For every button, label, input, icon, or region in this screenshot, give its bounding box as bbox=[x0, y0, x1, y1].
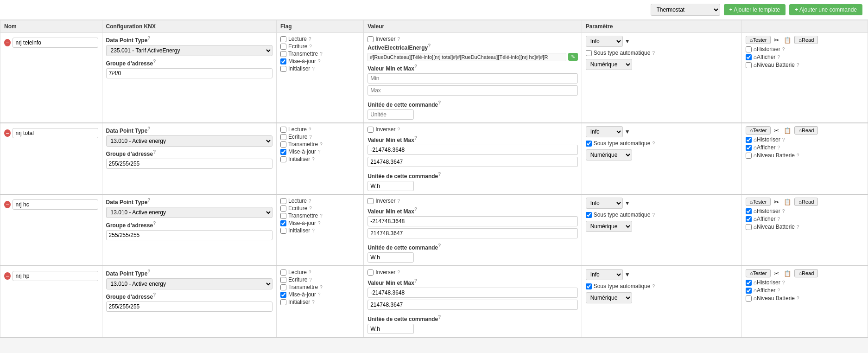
read-button[interactable]: ⌂Read bbox=[794, 36, 818, 44]
info-select[interactable]: Info bbox=[586, 198, 623, 209]
icon-btn-1[interactable]: ✂ bbox=[773, 270, 780, 277]
sous-type-checkbox[interactable] bbox=[586, 283, 592, 289]
read-button[interactable]: ⌂Read bbox=[794, 126, 818, 135]
historiser-checkbox[interactable] bbox=[746, 208, 752, 214]
num-select[interactable]: Numérique bbox=[586, 292, 632, 303]
niveau-batterie-checkbox[interactable] bbox=[746, 153, 752, 159]
flag-initialiser-checkbox[interactable] bbox=[280, 299, 286, 305]
tester-button[interactable]: ⌂Tester bbox=[746, 198, 771, 206]
sous-type-checkbox[interactable] bbox=[586, 212, 592, 218]
flag-initialiser-checkbox[interactable] bbox=[280, 156, 286, 162]
flag-transmettre-checkbox[interactable] bbox=[280, 213, 286, 219]
icon-btn-1[interactable]: ✂ bbox=[773, 37, 780, 44]
num-select[interactable]: Numérique bbox=[586, 221, 632, 232]
icon-btn-2[interactable]: 📋 bbox=[782, 270, 792, 277]
flag-ecriture-checkbox[interactable] bbox=[280, 205, 286, 212]
min-input[interactable] bbox=[367, 73, 578, 83]
inverser-checkbox[interactable] bbox=[367, 127, 374, 133]
flag-lecture-checkbox[interactable] bbox=[280, 198, 286, 204]
flag-mise_a_jour-checkbox[interactable] bbox=[280, 292, 286, 298]
remove-row-button[interactable]: − bbox=[4, 201, 11, 208]
niveau-batterie-checkbox[interactable] bbox=[746, 295, 752, 302]
remove-row-button[interactable]: − bbox=[4, 39, 11, 46]
name-input[interactable] bbox=[13, 38, 98, 48]
flag-transmettre-checkbox[interactable] bbox=[280, 51, 286, 57]
unite-input[interactable] bbox=[367, 181, 414, 191]
flag-transmettre-checkbox[interactable] bbox=[280, 284, 286, 290]
unite-input[interactable] bbox=[367, 109, 414, 120]
template-select[interactable]: Thermostat bbox=[651, 4, 720, 16]
icon-btn-2[interactable]: 📋 bbox=[782, 37, 792, 44]
max-input[interactable] bbox=[367, 85, 578, 96]
dpt-select[interactable]: 235.001 - Tarif ActiveEnergy bbox=[106, 45, 272, 56]
dpt-select[interactable]: 13.010 - Active energy bbox=[106, 278, 272, 289]
info-select[interactable]: Info bbox=[586, 126, 623, 137]
read-button[interactable]: ⌂Read bbox=[794, 269, 818, 277]
max-input[interactable] bbox=[367, 300, 578, 310]
actions-grid: ⌂Tester ✂ 📋 ⌂Read ⌂Historiser? ⌂Afficher… bbox=[746, 126, 864, 159]
num-select[interactable]: Numérique bbox=[586, 149, 632, 160]
dpt-select[interactable]: 13.010 - Active energy bbox=[106, 207, 272, 218]
add-template-button[interactable]: + Ajouter le template bbox=[724, 4, 786, 15]
flag-mise_a_jour-checkbox[interactable] bbox=[280, 220, 286, 226]
group-input[interactable] bbox=[106, 159, 272, 169]
dpt-label: Data Point Type? bbox=[106, 36, 272, 44]
edit-formula-button[interactable]: ✎ bbox=[568, 53, 578, 61]
remove-row-button[interactable]: − bbox=[4, 272, 11, 280]
read-button[interactable]: ⌂Read bbox=[794, 198, 818, 206]
name-input[interactable] bbox=[13, 199, 98, 210]
flag-initialiser-checkbox[interactable] bbox=[280, 66, 286, 72]
icon-btn-2[interactable]: 📋 bbox=[782, 199, 792, 205]
min-input[interactable] bbox=[367, 288, 578, 298]
group-input[interactable] bbox=[106, 302, 272, 312]
remove-row-button[interactable]: − bbox=[4, 129, 11, 137]
group-help-icon: ? bbox=[153, 292, 156, 297]
max-input[interactable] bbox=[367, 157, 578, 167]
flag-ecriture-checkbox[interactable] bbox=[280, 277, 286, 283]
icon-btn-2[interactable]: 📋 bbox=[782, 127, 792, 134]
name-input[interactable] bbox=[13, 128, 98, 138]
flag-ecriture-checkbox[interactable] bbox=[280, 134, 286, 140]
min-input[interactable] bbox=[367, 145, 578, 155]
tester-button[interactable]: ⌂Tester bbox=[746, 126, 771, 135]
flag-mise_a_jour-checkbox[interactable] bbox=[280, 58, 286, 64]
min-input[interactable] bbox=[367, 216, 578, 226]
afficher-checkbox[interactable] bbox=[746, 288, 752, 294]
afficher-checkbox[interactable] bbox=[746, 54, 752, 60]
sous-type-checkbox[interactable] bbox=[586, 50, 592, 56]
flag-initialiser-checkbox[interactable] bbox=[280, 228, 286, 234]
add-command-button[interactable]: + Ajouter une commande bbox=[789, 4, 862, 15]
unite-input[interactable] bbox=[367, 324, 414, 334]
afficher-checkbox[interactable] bbox=[746, 145, 752, 151]
flag-mise_a_jour-checkbox[interactable] bbox=[280, 149, 286, 155]
dpt-select[interactable]: 13.010 - Active energy bbox=[106, 135, 272, 147]
afficher-label: ⌂Afficher bbox=[754, 144, 776, 151]
num-select[interactable]: Numérique bbox=[586, 59, 632, 70]
niveau-batterie-checkbox[interactable] bbox=[746, 62, 752, 68]
afficher-checkbox[interactable] bbox=[746, 216, 752, 222]
flag-lecture-checkbox[interactable] bbox=[280, 127, 286, 133]
inverser-checkbox[interactable] bbox=[367, 36, 374, 42]
flag-transmettre-checkbox[interactable] bbox=[280, 141, 286, 148]
info-select[interactable]: Info bbox=[586, 36, 623, 47]
unite-input[interactable] bbox=[367, 252, 414, 263]
tester-button[interactable]: ⌂Tester bbox=[746, 36, 771, 44]
historiser-checkbox[interactable] bbox=[746, 137, 752, 143]
tester-button[interactable]: ⌂Tester bbox=[746, 269, 771, 277]
historiser-checkbox[interactable] bbox=[746, 280, 752, 286]
group-input[interactable] bbox=[106, 68, 272, 78]
flag-ecriture-checkbox[interactable] bbox=[280, 44, 286, 50]
historiser-checkbox[interactable] bbox=[746, 46, 752, 52]
inverser-checkbox[interactable] bbox=[367, 198, 374, 204]
sous-type-checkbox[interactable] bbox=[586, 141, 592, 147]
icon-btn-1[interactable]: ✂ bbox=[773, 127, 780, 134]
niveau-batterie-checkbox[interactable] bbox=[746, 224, 752, 230]
icon-btn-1[interactable]: ✂ bbox=[773, 199, 780, 205]
name-input[interactable] bbox=[13, 271, 98, 281]
info-select[interactable]: Info bbox=[586, 269, 623, 280]
flag-lecture-checkbox[interactable] bbox=[280, 270, 286, 276]
group-input[interactable] bbox=[106, 230, 272, 240]
flag-lecture-checkbox[interactable] bbox=[280, 36, 286, 42]
inverser-checkbox[interactable] bbox=[367, 270, 374, 276]
max-input[interactable] bbox=[367, 228, 578, 238]
